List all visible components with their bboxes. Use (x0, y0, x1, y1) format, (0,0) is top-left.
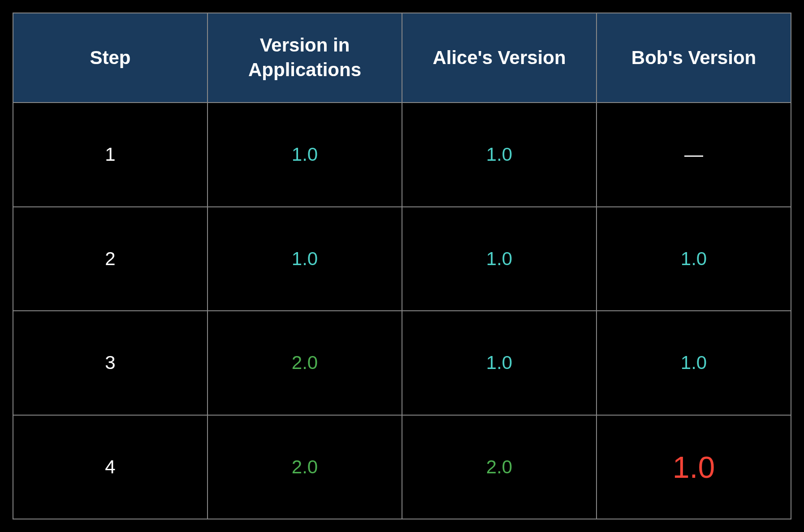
cell-applications: 1.0 (207, 103, 402, 207)
cell-applications: 2.0 (207, 311, 402, 415)
header-applications: Version in Applications (207, 13, 402, 103)
header-step: Step (13, 13, 207, 103)
cell-step: 2 (13, 207, 207, 311)
table-row: 3 2.0 1.0 1.0 (13, 311, 791, 415)
cell-alice: 2.0 (402, 415, 597, 519)
cell-bob: 1.0 (597, 311, 791, 415)
cell-bob-conflict: 1.0 (597, 415, 791, 519)
cell-step: 3 (13, 311, 207, 415)
cell-alice: 1.0 (402, 207, 597, 311)
cell-alice: 1.0 (402, 311, 597, 415)
version-table: Step Version in Applications Alice's Ver… (13, 13, 791, 519)
table-row: 2 1.0 1.0 1.0 (13, 207, 791, 311)
cell-step: 1 (13, 103, 207, 207)
header-alice: Alice's Version (402, 13, 597, 103)
cell-alice: 1.0 (402, 103, 597, 207)
table-row: 4 2.0 2.0 1.0 (13, 415, 791, 519)
cell-bob: 1.0 (597, 207, 791, 311)
table-row: 1 1.0 1.0 — (13, 103, 791, 207)
cell-applications: 1.0 (207, 207, 402, 311)
header-bob: Bob's Version (597, 13, 791, 103)
cell-bob: — (597, 103, 791, 207)
cell-step: 4 (13, 415, 207, 519)
cell-applications: 2.0 (207, 415, 402, 519)
table-header-row: Step Version in Applications Alice's Ver… (13, 13, 791, 103)
